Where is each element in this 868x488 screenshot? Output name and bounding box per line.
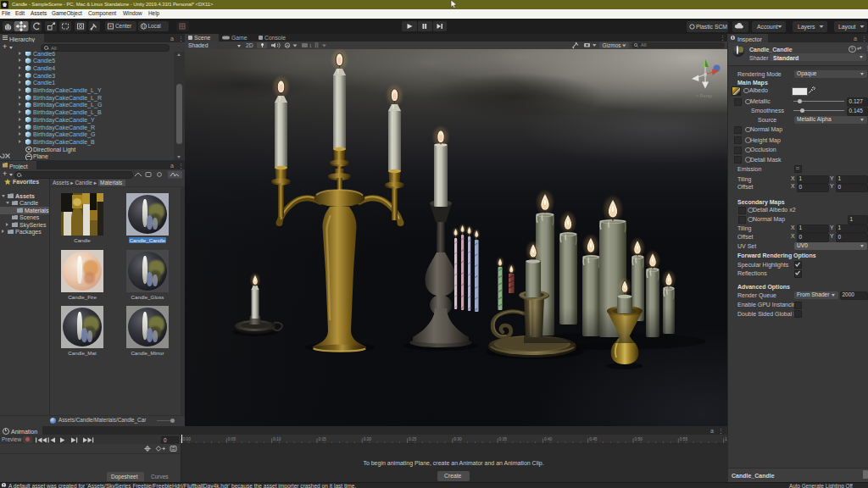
svg-text:0:45: 0:45 <box>589 437 598 441</box>
svg-text:0:00: 0:00 <box>183 437 192 441</box>
svg-text:All: All <box>641 42 646 47</box>
svg-text:0:35: 0:35 <box>499 437 508 441</box>
svg-text:Center: Center <box>115 23 132 29</box>
svg-text:1: 1 <box>309 43 313 48</box>
svg-text:Plastic SCM: Plastic SCM <box>696 24 727 30</box>
svg-text:0:10: 0:10 <box>273 437 281 441</box>
svg-text:Gizmos: Gizmos <box>603 42 622 48</box>
svg-text:0:20: 0:20 <box>364 437 372 441</box>
svg-text:0:05: 0:05 <box>228 437 236 441</box>
svg-text:0:55: 0:55 <box>680 437 688 441</box>
svg-text:Local: Local <box>148 23 161 29</box>
svg-text:Layout: Layout <box>838 24 856 30</box>
svg-text:0:40: 0:40 <box>544 437 553 441</box>
svg-text:0:50: 0:50 <box>635 437 643 441</box>
svg-text:< Persp: < Persp <box>696 93 712 98</box>
svg-text:Account: Account <box>757 24 778 30</box>
svg-text:0:30: 0:30 <box>453 437 462 441</box>
svg-text:1:00: 1:00 <box>725 437 727 441</box>
svg-text:0:15: 0:15 <box>318 437 326 441</box>
svg-text:Layers: Layers <box>798 24 815 30</box>
svg-text:0:25: 0:25 <box>409 437 417 441</box>
